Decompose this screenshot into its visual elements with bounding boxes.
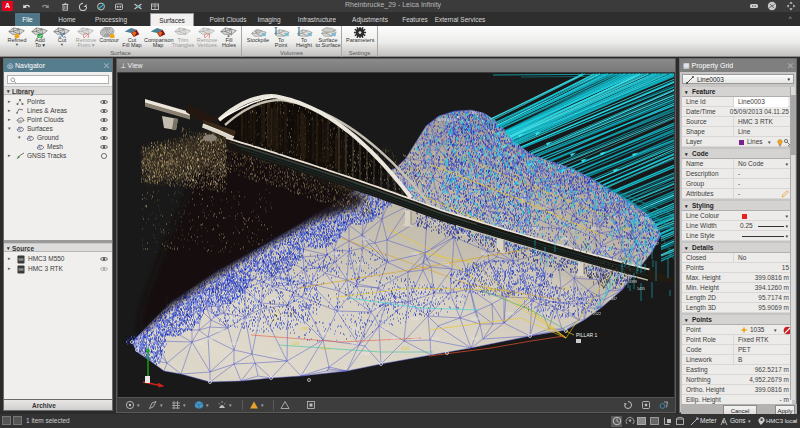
svg-text:4413: 4413 [601,247,609,251]
svg-text:1163: 1163 [241,319,249,323]
svg-text:5826: 5826 [371,307,379,311]
svg-text:4481: 4481 [381,292,389,296]
svg-text:5784: 5784 [621,227,629,231]
svg-text:5248: 5248 [331,252,339,256]
svg-text:4347: 4347 [609,297,617,301]
svg-text:4024: 4024 [251,297,259,301]
svg-text:PILLAR 1: PILLAR 1 [576,332,598,338]
svg-text:3724: 3724 [231,342,239,346]
svg-text:5844: 5844 [361,352,369,356]
svg-text:1023: 1023 [561,287,569,291]
svg-text:5355: 5355 [461,232,469,236]
svg-text:4583: 4583 [301,327,309,331]
svg-text:1435: 1435 [637,287,645,291]
svg-text:1333: 1333 [506,312,514,316]
svg-text:4268: 4268 [521,297,529,301]
svg-text:2490: 2490 [251,327,259,331]
svg-text:2928: 2928 [361,237,369,241]
svg-text:5057: 5057 [261,307,269,311]
svg-text:1384: 1384 [411,252,419,256]
svg-text:5657: 5657 [471,337,479,341]
svg-text:2522: 2522 [593,312,601,316]
svg-text:4935: 4935 [226,317,234,321]
svg-text:3680: 3680 [206,337,214,341]
svg-text:1204: 1204 [469,111,477,115]
svg-text:5458: 5458 [471,317,479,321]
svg-text:3395: 3395 [411,337,419,341]
svg-text:2991: 2991 [501,222,509,226]
svg-text:4251: 4251 [356,262,364,266]
svg-text:4986: 4986 [561,237,569,241]
svg-text:3840: 3840 [411,317,419,321]
svg-text:3967: 3967 [651,242,659,246]
svg-text:4118: 4118 [401,347,409,351]
svg-text:2846: 2846 [271,352,279,356]
svg-text:1568: 1568 [271,297,279,301]
svg-text:2239: 2239 [281,317,289,321]
svg-text:2477: 2477 [615,274,623,278]
svg-text:1731: 1731 [301,252,309,256]
svg-text:4793: 4793 [641,217,649,221]
svg-text:3834: 3834 [481,252,489,256]
svg-text:2871: 2871 [391,337,399,341]
svg-text:4106: 4106 [381,327,389,331]
svg-text:3910: 3910 [351,342,359,346]
svg-text:3100: 3100 [216,329,224,333]
svg-text:5867: 5867 [431,297,439,301]
svg-text:5346: 5346 [321,332,329,336]
svg-text:5781: 5781 [331,297,339,301]
svg-text:2998: 2998 [531,227,539,231]
svg-text:2253: 2253 [441,262,449,266]
svg-text:1428: 1428 [291,342,299,346]
svg-text:3153: 3153 [196,342,204,346]
svg-text:0GM50136: 0GM50136 [438,118,456,122]
svg-text:3601: 3601 [431,337,439,341]
svg-text:4866: 4866 [511,267,519,271]
svg-text:4742: 4742 [336,312,344,316]
svg-text:2069: 2069 [456,297,464,301]
svg-text:1215: 1215 [451,277,459,281]
svg-text:4143: 4143 [431,222,439,226]
svg-text:2483: 2483 [546,327,554,331]
svg-text:2093: 2093 [541,312,549,316]
svg-text:1901: 1901 [591,227,599,231]
svg-text:1951: 1951 [491,297,499,301]
svg-text:2654: 2654 [621,257,629,261]
svg-text:5254: 5254 [321,347,329,351]
svg-text:4399: 4399 [629,280,637,284]
svg-text:3598: 3598 [351,327,359,331]
svg-text:4783: 4783 [301,279,309,283]
